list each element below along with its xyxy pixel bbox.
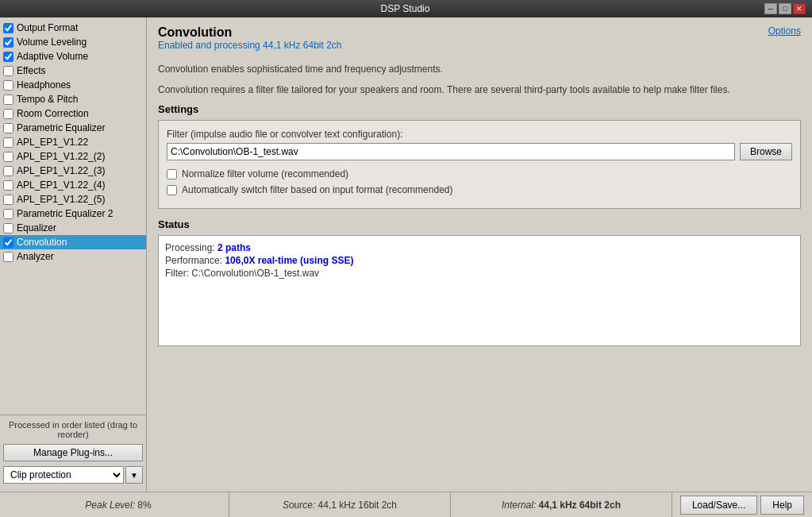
status-line-1: Processing: 2 paths	[165, 242, 794, 253]
sidebar: Output FormatVolume LevelingAdaptive Vol…	[0, 17, 147, 492]
sidebar-checkbox-effects[interactable]	[3, 66, 13, 76]
sidebar-item-equalizer[interactable]: Equalizer	[0, 221, 146, 235]
auto-switch-checkbox-label: Automatically switch filter based on inp…	[182, 184, 452, 195]
sidebar-label-apl-ep1-v122-4: APL_EP1_V1.22_(4)	[17, 179, 105, 191]
normalize-checkbox-label: Normalize filter volume (recommended)	[182, 168, 348, 179]
title-bar: DSP Studio ─ □ ✕	[0, 0, 812, 17]
settings-box: Filter (impulse audio file or convolver …	[158, 120, 801, 209]
sidebar-checkbox-tempo-pitch[interactable]	[3, 95, 13, 105]
sidebar-item-apl-ep1-v122-2[interactable]: APL_EP1_V1.22_(2)	[0, 149, 146, 164]
clip-protection-dropdown-button[interactable]: ▼	[125, 466, 143, 484]
sidebar-item-apl-ep1-v122[interactable]: APL_EP1_V1.22	[0, 135, 146, 149]
sidebar-item-apl-ep1-v122-3[interactable]: APL_EP1_V1.22_(3)	[0, 164, 146, 178]
sidebar-checkbox-apl-ep1-v122[interactable]	[3, 137, 13, 148]
sidebar-checkbox-adaptive-volume[interactable]	[3, 52, 13, 62]
sidebar-checkbox-parametric-eq-2[interactable]	[3, 209, 13, 219]
panel-title: Convolution	[158, 25, 342, 40]
clip-protection-select[interactable]: Clip protection	[3, 466, 124, 484]
sidebar-label-volume-leveling: Volume Leveling	[17, 37, 87, 48]
load-save-button[interactable]: Load/Save...	[680, 496, 757, 515]
normalize-checkbox-row: Normalize filter volume (recommended)	[167, 168, 792, 179]
sidebar-item-apl-ep1-v122-5[interactable]: APL_EP1_V1.22_(5)	[0, 192, 146, 206]
panel-subtitle: Enabled and processing 44,1 kHz 64bit 2c…	[158, 40, 342, 51]
sidebar-item-tempo-pitch[interactable]: Tempo & Pitch	[0, 92, 146, 106]
window-title: DSP Studio	[46, 3, 764, 14]
description1: Convolution enables sophisticated time a…	[158, 62, 801, 76]
bottom-action-buttons: Load/Save... Help	[672, 496, 804, 515]
filter-label: Filter (impulse audio file or convolver …	[167, 129, 792, 140]
internal-segment: Internal: 44,1 kHz 64bit 2ch	[451, 492, 672, 517]
minimize-button[interactable]: ─	[764, 3, 777, 14]
sidebar-item-convolution[interactable]: Convolution	[0, 235, 146, 249]
sidebar-checkbox-analyzer[interactable]	[3, 252, 13, 262]
sidebar-label-analyzer: Analyzer	[17, 251, 54, 262]
sidebar-checkbox-parametric-eq[interactable]	[3, 123, 13, 133]
clip-protection-row: Clip protection ▼	[3, 466, 143, 484]
sidebar-item-effects[interactable]: Effects	[0, 64, 146, 78]
sidebar-checkbox-apl-ep1-v122-3[interactable]	[3, 166, 13, 176]
sidebar-checkbox-convolution[interactable]	[3, 237, 13, 248]
close-button[interactable]: ✕	[793, 3, 806, 14]
maximize-button[interactable]: □	[779, 3, 791, 14]
bottom-bar: Peak Level: 8% Source: 44,1 kHz 16bit 2c…	[0, 492, 812, 517]
sidebar-label-room-correction: Room Correction	[17, 108, 89, 119]
sidebar-checkbox-apl-ep1-v122-2[interactable]	[3, 152, 13, 162]
sidebar-label-apl-ep1-v122: APL_EP1_V1.22	[17, 137, 88, 148]
sidebar-label-parametric-eq-2: Parametric Equalizer 2	[17, 208, 113, 219]
main-panel: Convolution Enabled and processing 44,1 …	[147, 17, 812, 492]
sidebar-label-apl-ep1-v122-3: APL_EP1_V1.22_(3)	[17, 165, 105, 176]
sidebar-checkbox-apl-ep1-v122-4[interactable]	[3, 180, 13, 191]
auto-switch-checkbox-row: Automatically switch filter based on inp…	[167, 184, 792, 195]
status-line-2: Performance: 106,0X real-time (using SSE…	[165, 255, 794, 266]
sidebar-checkbox-room-correction[interactable]	[3, 109, 13, 119]
sidebar-label-effects: Effects	[17, 65, 45, 76]
sidebar-label-equalizer: Equalizer	[17, 222, 56, 233]
status-title: Status	[158, 218, 801, 230]
auto-switch-checkbox[interactable]	[167, 185, 177, 195]
sidebar-label-adaptive-volume: Adaptive Volume	[17, 51, 88, 62]
sidebar-info-text: Processed in order listed (drag to reord…	[3, 420, 143, 439]
sidebar-checkbox-equalizer[interactable]	[3, 223, 13, 233]
settings-title: Settings	[158, 103, 801, 115]
filter-input[interactable]	[167, 143, 735, 160]
sidebar-item-output-format[interactable]: Output Format	[0, 21, 146, 35]
sidebar-item-adaptive-volume[interactable]: Adaptive Volume	[0, 49, 146, 64]
status-box: Processing: 2 paths Performance: 106,0X …	[158, 235, 801, 346]
sidebar-label-apl-ep1-v122-2: APL_EP1_V1.22_(2)	[17, 151, 105, 162]
panel-header: Convolution Enabled and processing 44,1 …	[158, 25, 801, 59]
sidebar-bottom: Processed in order listed (drag to reord…	[0, 415, 146, 488]
status-line-3: Filter: C:\Convolution\OB-1_test.wav	[165, 268, 794, 279]
options-link[interactable]: Options	[768, 25, 801, 37]
source-segment: Source: 44,1 kHz 16bit 2ch	[229, 492, 451, 517]
normalize-checkbox[interactable]	[167, 169, 177, 179]
main-container: Output FormatVolume LevelingAdaptive Vol…	[0, 17, 812, 517]
sidebar-label-parametric-eq: Parametric Equalizer	[17, 122, 105, 133]
manage-plugins-button[interactable]: Manage Plug-ins...	[3, 444, 143, 461]
sidebar-checkbox-apl-ep1-v122-5[interactable]	[3, 195, 13, 205]
sidebar-checkbox-headphones[interactable]	[3, 80, 13, 91]
sidebar-item-apl-ep1-v122-4[interactable]: APL_EP1_V1.22_(4)	[0, 178, 146, 192]
help-button[interactable]: Help	[760, 496, 804, 515]
settings-section: Settings Filter (impulse audio file or c…	[158, 103, 801, 209]
sidebar-item-parametric-eq-2[interactable]: Parametric Equalizer 2	[0, 206, 146, 221]
sidebar-item-parametric-eq[interactable]: Parametric Equalizer	[0, 121, 146, 135]
sidebar-item-room-correction[interactable]: Room Correction	[0, 106, 146, 121]
sidebar-label-output-format: Output Format	[17, 22, 78, 33]
status-section: Status Processing: 2 paths Performance: …	[158, 218, 801, 346]
sidebar-label-headphones: Headphones	[17, 79, 71, 91]
sidebar-item-volume-leveling[interactable]: Volume Leveling	[0, 35, 146, 49]
content-area: Output FormatVolume LevelingAdaptive Vol…	[0, 17, 812, 492]
filter-row: Browse	[167, 143, 792, 160]
sidebar-checkbox-output-format[interactable]	[3, 23, 13, 33]
window-controls: ─ □ ✕	[764, 3, 806, 14]
sidebar-item-headphones[interactable]: Headphones	[0, 78, 146, 92]
sidebar-label-apl-ep1-v122-5: APL_EP1_V1.22_(5)	[17, 194, 105, 205]
peak-level-segment: Peak Level: 8%	[8, 492, 229, 517]
sidebar-checkbox-volume-leveling[interactable]	[3, 37, 13, 48]
description2: Convolution requires a filter file tailo…	[158, 83, 801, 97]
browse-button[interactable]: Browse	[740, 143, 792, 160]
sidebar-label-convolution: Convolution	[17, 237, 67, 248]
sidebar-label-tempo-pitch: Tempo & Pitch	[17, 94, 78, 105]
sidebar-item-analyzer[interactable]: Analyzer	[0, 249, 146, 264]
